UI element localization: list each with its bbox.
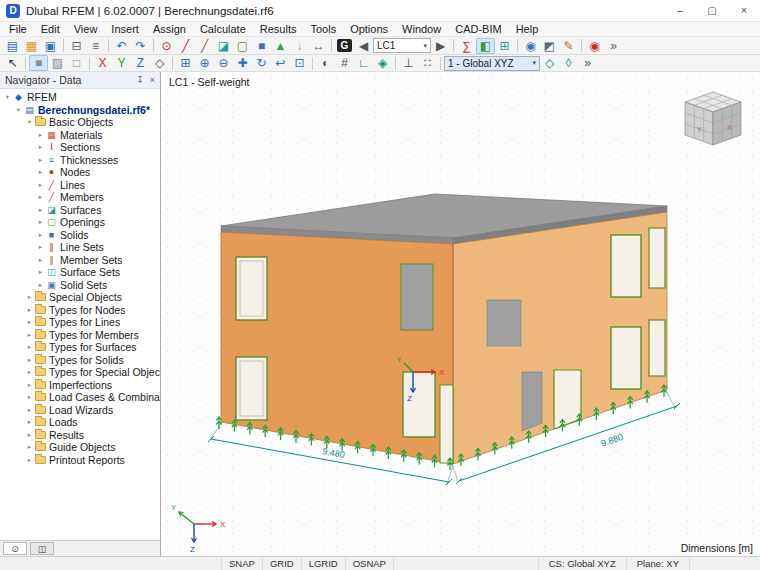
show-results-icon[interactable]: ◧	[476, 38, 495, 54]
open-model-icon[interactable]: ▦	[22, 38, 41, 54]
redo-icon[interactable]: ↷	[131, 38, 150, 54]
chevron-expanded-icon[interactable]: ▾	[3, 93, 12, 101]
show-all-icon[interactable]: ⊡	[290, 55, 309, 71]
tree-item-sections[interactable]: ▸ⅠSections	[0, 141, 160, 154]
select-cursor-icon[interactable]: ↖	[3, 55, 22, 71]
section-view-icon[interactable]: ◩	[540, 38, 559, 54]
zoom-in-icon[interactable]: ⊕	[195, 55, 214, 71]
render-transparent-icon[interactable]: ▨	[48, 55, 67, 71]
tree-item-lines[interactable]: ▸╱Lines	[0, 179, 160, 192]
tree-item-solids[interactable]: ▸■Solids	[0, 229, 160, 242]
coordinate-system-field[interactable]: CS: Global XYZ	[539, 557, 627, 570]
tree-item-load-wizards[interactable]: ▸Load Wizards	[0, 404, 160, 417]
new-opening-icon[interactable]: ▢	[233, 38, 252, 54]
save-icon[interactable]: ▣	[41, 38, 60, 54]
tree-item-surfaces[interactable]: ▸◪Surfaces	[0, 204, 160, 217]
chevron-collapsed-icon[interactable]: ▸	[25, 306, 34, 314]
render-wireframe-icon[interactable]: □	[67, 55, 86, 71]
printout-report-icon[interactable]: ≡	[86, 38, 105, 54]
new-node-icon[interactable]: ⊙	[157, 38, 176, 54]
snap-settings-icon[interactable]: ◈	[373, 55, 392, 71]
chevron-collapsed-icon[interactable]: ▸	[25, 456, 34, 464]
chevron-collapsed-icon[interactable]: ▸	[25, 431, 34, 439]
numbering-icon[interactable]: #	[335, 55, 354, 71]
chevron-collapsed-icon[interactable]: ▸	[36, 206, 45, 214]
maximize-button[interactable]: ▢	[696, 0, 728, 21]
calculate-icon[interactable]: ∑	[457, 38, 476, 54]
chevron-collapsed-icon[interactable]: ▸	[36, 268, 45, 276]
navigator-tab-views[interactable]: ◫	[30, 542, 54, 555]
chevron-collapsed-icon[interactable]: ▸	[25, 381, 34, 389]
menu-insert[interactable]: Insert	[104, 23, 146, 35]
tree-item-guide-objects[interactable]: ▸Guide Objects	[0, 441, 160, 454]
menu-options[interactable]: Options	[343, 23, 395, 35]
chevron-collapsed-icon[interactable]: ▸	[36, 256, 45, 264]
guide-lines-icon[interactable]: ∟	[354, 55, 373, 71]
load-case-selector[interactable]: LC1▾	[373, 38, 431, 53]
chevron-expanded-icon[interactable]: ▾	[25, 118, 34, 126]
new-member-icon[interactable]: ╱	[195, 38, 214, 54]
zoom-window-icon[interactable]: ⊞	[176, 55, 195, 71]
pin-icon[interactable]: ↧	[136, 75, 144, 85]
menu-results[interactable]: Results	[253, 23, 304, 35]
tree-item-results[interactable]: ▸Results	[0, 429, 160, 442]
chevron-collapsed-icon[interactable]: ▸	[36, 181, 45, 189]
chevron-collapsed-icon[interactable]: ▸	[25, 418, 34, 426]
chevron-expanded-icon[interactable]: ▾	[14, 106, 23, 114]
close-button[interactable]: ×	[728, 0, 760, 21]
axes-toggle-icon[interactable]: ⊥	[399, 55, 418, 71]
tree-item-solid-sets[interactable]: ▸▣Solid Sets	[0, 279, 160, 292]
chevron-collapsed-icon[interactable]: ▸	[36, 243, 45, 251]
chevron-collapsed-icon[interactable]: ▸	[25, 356, 34, 364]
toolbar-overflow-icon[interactable]: »	[604, 38, 623, 54]
tree-item-nodes[interactable]: ▸●Nodes	[0, 166, 160, 179]
chevron-collapsed-icon[interactable]: ▸	[25, 318, 34, 326]
tree-item-openings[interactable]: ▸▢Openings	[0, 216, 160, 229]
chevron-collapsed-icon[interactable]: ▸	[25, 443, 34, 451]
chevron-collapsed-icon[interactable]: ▸	[36, 231, 45, 239]
new-line-icon[interactable]: ╱	[176, 38, 195, 54]
toggle-lgrid[interactable]: LGRID	[302, 557, 346, 570]
menu-calculate[interactable]: Calculate	[193, 23, 253, 35]
tree-item-imperfections[interactable]: ▸Imperfections	[0, 379, 160, 392]
tree-item-types-for-lines[interactable]: ▸Types for Lines	[0, 316, 160, 329]
menu-window[interactable]: Window	[395, 23, 448, 35]
chevron-collapsed-icon[interactable]: ▸	[36, 156, 45, 164]
tree-item-load-cases-combinations[interactable]: ▸Load Cases & Combinations	[0, 391, 160, 404]
dimension-icon[interactable]: ↔	[309, 38, 328, 54]
chevron-collapsed-icon[interactable]: ▸	[25, 368, 34, 376]
annotation-icon[interactable]: ✎	[559, 38, 578, 54]
grid-toggle-icon[interactable]: ∷	[418, 55, 437, 71]
result-tables-icon[interactable]: ⊞	[495, 38, 514, 54]
chevron-collapsed-icon[interactable]: ▸	[36, 218, 45, 226]
next-load-case-icon[interactable]: ▶	[431, 38, 450, 54]
new-load-icon[interactable]: ↓	[290, 38, 309, 54]
tree-item-types-for-surfaces[interactable]: ▸Types for Surfaces	[0, 341, 160, 354]
print-icon[interactable]: ⊟	[67, 38, 86, 54]
building-model[interactable]	[221, 194, 667, 464]
view-x-icon[interactable]: X	[93, 55, 112, 71]
toggle-snap[interactable]: SNAP	[222, 557, 263, 570]
menu-view[interactable]: View	[67, 23, 105, 35]
toggle-osnap[interactable]: OSNAP	[346, 557, 394, 570]
menu-tools[interactable]: Tools	[303, 23, 343, 35]
rfem-logo-icon[interactable]: ◉	[585, 38, 604, 54]
tree-item-special-objects[interactable]: ▸Special Objects	[0, 291, 160, 304]
new-surface-icon[interactable]: ◪	[214, 38, 233, 54]
menu-file[interactable]: File	[2, 23, 34, 35]
new-solid-icon[interactable]: ■	[252, 38, 271, 54]
isometric-view-icon[interactable]: ◇	[150, 55, 169, 71]
menu-help[interactable]: Help	[509, 23, 546, 35]
tree-item-types-for-solids[interactable]: ▸Types for Solids	[0, 354, 160, 367]
menu-cad-bim[interactable]: CAD-BIM	[448, 23, 508, 35]
work-plane-icon[interactable]: ◇	[540, 55, 559, 71]
new-model-icon[interactable]: ▤	[3, 38, 22, 54]
toolbar-overflow-2-icon[interactable]: »	[578, 55, 597, 71]
minimize-button[interactable]: –	[664, 0, 696, 21]
chevron-collapsed-icon[interactable]: ▸	[25, 406, 34, 414]
tree-item-thicknesses[interactable]: ▸≡Thicknesses	[0, 154, 160, 167]
menu-assign[interactable]: Assign	[146, 23, 193, 35]
toggle-grid[interactable]: GRID	[263, 557, 302, 570]
tree-item-printout-reports[interactable]: ▸Printout Reports	[0, 454, 160, 467]
chevron-collapsed-icon[interactable]: ▸	[36, 131, 45, 139]
